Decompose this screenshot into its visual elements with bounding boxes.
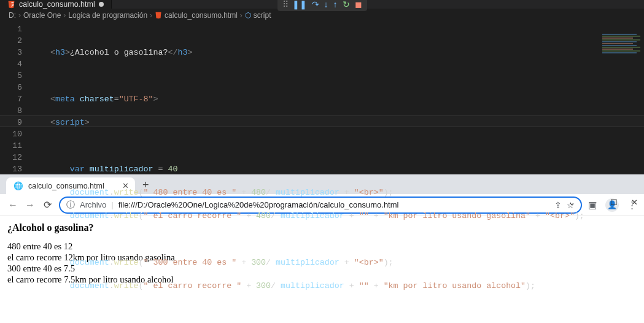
chevron-right-icon: › [63, 11, 66, 20]
step-into-icon[interactable]: ↓ [324, 0, 328, 9]
line-number: 7 [0, 93, 22, 105]
breadcrumb-symbol[interactable]: script [254, 11, 271, 20]
line-number: 8 [0, 105, 22, 117]
editor-tab-active[interactable]: calculo_consumo.html [0, 0, 112, 9]
editor-tabbar: calculo_consumo.html ⠿ ❚❚ ↷ ↓ ↑ ↻ ◼ [0, 0, 644, 9]
code-content[interactable]: <h3>¿Alcohol o gasolina?</h3> <meta char… [31, 22, 644, 323]
step-over-icon[interactable]: ↷ [312, 0, 319, 9]
step-out-icon[interactable]: ↑ [333, 0, 338, 9]
symbol-icon: ⬡ [245, 11, 251, 20]
line-number: 1 [0, 23, 22, 35]
editor-tab-filename: calculo_consumo.html [19, 0, 95, 9]
line-number: 11 [0, 140, 22, 152]
unsaved-dot-icon [99, 2, 104, 7]
line-number: 5 [0, 70, 22, 82]
restart-icon[interactable]: ↻ [343, 0, 350, 9]
line-number: 4 [0, 58, 22, 70]
window-controls: ⌄ ― ☐ ✕ [568, 198, 638, 207]
breadcrumb-folder[interactable]: Logica de programación [68, 11, 147, 20]
drag-grip-icon[interactable]: ⠿ [282, 0, 287, 9]
breadcrumb-file[interactable]: calculo_consumo.html [165, 11, 238, 20]
maximize-icon[interactable]: ☐ [610, 198, 618, 207]
debug-toolbar: ⠿ ❚❚ ↷ ↓ ↑ ↻ ◼ [277, 0, 367, 11]
line-number: 10 [0, 128, 22, 140]
code-area[interactable]: 1 2 3 4 5 6 7 8 9 10 11 12 13 <h3>¿Alcoh… [0, 22, 644, 323]
chevron-down-icon[interactable]: ⌄ [568, 198, 575, 207]
chevron-right-icon: › [240, 11, 242, 20]
chevron-right-icon: › [150, 11, 152, 20]
minimap[interactable] [602, 33, 640, 58]
chevron-right-icon: › [18, 11, 21, 20]
html5-icon [7, 1, 15, 9]
line-number: 13 [0, 163, 22, 175]
stop-icon[interactable]: ◼ [355, 0, 362, 9]
pause-icon[interactable]: ❚❚ [292, 0, 307, 9]
line-number: 6 [0, 82, 22, 93]
line-number-gutter: 1 2 3 4 5 6 7 8 9 10 11 12 13 [0, 22, 31, 323]
breadcrumb-drive[interactable]: D: [9, 11, 16, 20]
breadcrumb-folder[interactable]: Oracle One [23, 11, 61, 20]
close-window-icon[interactable]: ✕ [631, 198, 638, 207]
line-number: 12 [0, 152, 22, 163]
line-number: 2 [0, 35, 22, 47]
line-number: 3 [0, 47, 22, 58]
code-editor-pane: calculo_consumo.html ⠿ ❚❚ ↷ ↓ ↑ ↻ ◼ D: ›… [0, 0, 644, 193]
html5-icon [155, 12, 162, 19]
minimize-icon[interactable]: ― [589, 198, 597, 207]
line-number: 9 [0, 117, 22, 128]
